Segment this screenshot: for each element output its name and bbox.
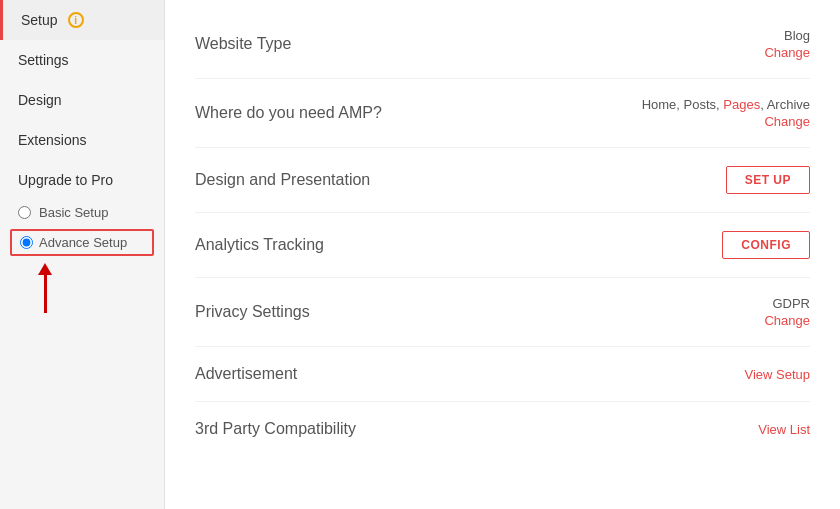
row-link-privacy[interactable]: Change — [764, 313, 810, 328]
row-link-amp[interactable]: Change — [764, 114, 810, 129]
config-button[interactable]: CONFIG — [722, 231, 810, 259]
arrow-line — [44, 275, 47, 313]
main-content: Website Type Blog Change Where do you ne… — [165, 0, 840, 509]
sidebar: Setup i Settings Design Extensions Upgra… — [0, 0, 165, 509]
row-privacy: Privacy Settings GDPR Change — [195, 278, 810, 347]
sidebar-item-label: Design — [18, 92, 62, 108]
radio-advance-input[interactable] — [20, 236, 33, 249]
row-label-design: Design and Presentation — [195, 171, 370, 189]
row-right-design: SET UP — [726, 166, 810, 194]
row-label-website-type: Website Type — [195, 35, 291, 53]
sidebar-item-setup[interactable]: Setup i — [0, 0, 164, 40]
sidebar-item-label: Settings — [18, 52, 69, 68]
row-right-amp: Home, Posts, Pages, Archive Change — [642, 97, 810, 129]
info-icon: i — [68, 12, 84, 28]
row-advertisement: Advertisement View Setup — [195, 347, 810, 402]
sidebar-item-label: Extensions — [18, 132, 86, 148]
row-link-advertisement[interactable]: View Setup — [744, 367, 810, 382]
row-design: Design and Presentation SET UP — [195, 148, 810, 213]
row-right-website-type: Blog Change — [764, 28, 810, 60]
row-label-privacy: Privacy Settings — [195, 303, 310, 321]
row-value-amp: Home, Posts, Pages, Archive — [642, 97, 810, 112]
advance-setup-option[interactable]: Advance Setup — [10, 229, 154, 256]
row-right-analytics: CONFIG — [722, 231, 810, 259]
row-label-advertisement: Advertisement — [195, 365, 297, 383]
row-right-3rd-party: View List — [758, 422, 810, 437]
arrow-head — [38, 263, 52, 275]
sidebar-item-label: Setup — [21, 12, 58, 28]
row-3rd-party: 3rd Party Compatibility View List — [195, 402, 810, 456]
row-analytics: Analytics Tracking CONFIG — [195, 213, 810, 278]
radio-basic-setup[interactable]: Basic Setup — [0, 200, 164, 225]
row-label-analytics: Analytics Tracking — [195, 236, 324, 254]
radio-basic-input[interactable] — [18, 206, 31, 219]
arrow-annotation — [38, 263, 52, 313]
row-value-website-type: Blog — [784, 28, 810, 43]
row-link-website-type[interactable]: Change — [764, 45, 810, 60]
row-value-privacy: GDPR — [772, 296, 810, 311]
row-right-advertisement: View Setup — [744, 367, 810, 382]
row-label-amp: Where do you need AMP? — [195, 104, 382, 122]
radio-basic-label: Basic Setup — [39, 205, 108, 220]
sidebar-item-design[interactable]: Design — [0, 80, 164, 120]
row-link-3rd-party[interactable]: View List — [758, 422, 810, 437]
row-website-type: Website Type Blog Change — [195, 10, 810, 79]
setup-button[interactable]: SET UP — [726, 166, 810, 194]
row-right-privacy: GDPR Change — [764, 296, 810, 328]
sidebar-item-settings[interactable]: Settings — [0, 40, 164, 80]
radio-advance-label: Advance Setup — [39, 235, 127, 250]
row-amp: Where do you need AMP? Home, Posts, Page… — [195, 79, 810, 148]
sidebar-item-label: Upgrade to Pro — [18, 172, 113, 188]
sidebar-item-upgrade[interactable]: Upgrade to Pro — [0, 160, 164, 200]
row-label-3rd-party: 3rd Party Compatibility — [195, 420, 356, 438]
sidebar-item-extensions[interactable]: Extensions — [0, 120, 164, 160]
